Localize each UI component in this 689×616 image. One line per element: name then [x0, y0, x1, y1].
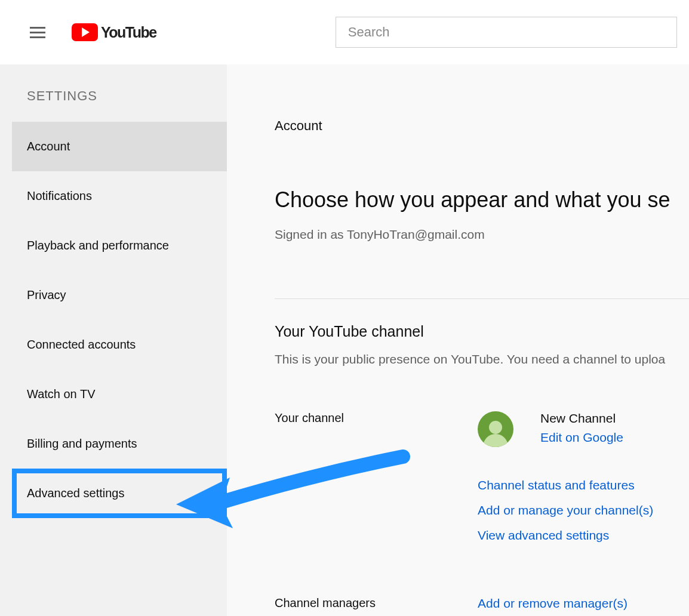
search-input[interactable]: Search	[336, 17, 677, 48]
youtube-icon	[72, 23, 98, 41]
channel-links: Channel status and features Add or manag…	[478, 478, 689, 543]
main-content: Account Choose how you appear and what y…	[227, 64, 689, 616]
channel-section-desc: This is your public presence on YouTube.…	[275, 352, 689, 366]
avatar	[478, 411, 513, 447]
divider	[275, 298, 689, 299]
sidebar-item-watch-tv[interactable]: Watch on TV	[12, 369, 227, 419]
content-wrapper: SETTINGS Account Notifications Playback …	[0, 64, 689, 616]
managers-row: Channel managers Add or remove manager(s…	[275, 596, 689, 616]
channel-details: New Channel Edit on Google	[540, 411, 623, 445]
section-label: Account	[275, 118, 689, 134]
hamburger-menu-icon[interactable]	[30, 20, 54, 44]
sidebar-item-connected[interactable]: Connected accounts	[12, 320, 227, 369]
signed-in-text: Signed in as TonyHoTran@gmail.com	[275, 227, 689, 242]
youtube-logo-text: YouTube	[101, 24, 156, 41]
managers-right: Add or remove manager(s) You will be red…	[478, 596, 673, 616]
your-channel-row: Your channel New Channel Edit on Google	[275, 411, 689, 447]
youtube-logo[interactable]: YouTube	[72, 23, 156, 41]
channel-info: New Channel Edit on Google	[478, 411, 623, 447]
add-remove-managers-link[interactable]: Add or remove manager(s)	[478, 596, 673, 611]
channel-status-link[interactable]: Channel status and features	[478, 478, 689, 492]
manage-channels-link[interactable]: Add or manage your channel(s)	[478, 503, 689, 518]
your-channel-label: Your channel	[275, 411, 478, 447]
channel-name: New Channel	[540, 411, 623, 426]
sidebar-item-billing[interactable]: Billing and payments	[12, 419, 227, 469]
sidebar: SETTINGS Account Notifications Playback …	[0, 64, 227, 616]
header: YouTube Search	[0, 0, 689, 64]
managers-label: Channel managers	[275, 596, 478, 616]
view-advanced-link[interactable]: View advanced settings	[478, 528, 689, 543]
sidebar-item-account[interactable]: Account	[12, 122, 227, 171]
edit-on-google-link[interactable]: Edit on Google	[540, 430, 623, 445]
sidebar-title: SETTINGS	[12, 64, 227, 122]
channel-section-title: Your YouTube channel	[275, 323, 689, 340]
sidebar-item-notifications[interactable]: Notifications	[12, 171, 227, 221]
sidebar-item-playback[interactable]: Playback and performance	[12, 221, 227, 270]
sidebar-item-advanced[interactable]: Advanced settings	[12, 469, 227, 518]
search-placeholder: Search	[348, 24, 390, 40]
sidebar-item-privacy[interactable]: Privacy	[12, 270, 227, 320]
page-heading: Choose how you appear and what you se	[275, 187, 689, 212]
